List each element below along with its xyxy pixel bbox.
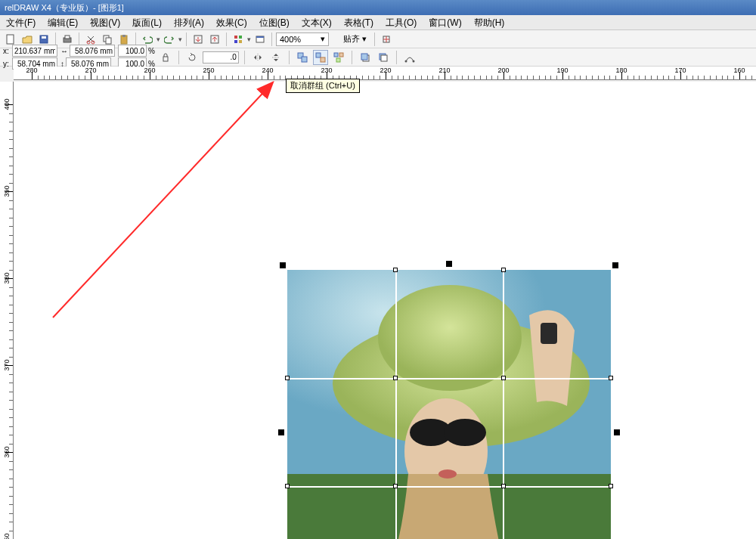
svg-rect-18 (256, 36, 264, 38)
app-launcher-button[interactable] (231, 32, 246, 47)
separator (271, 33, 272, 46)
window-title: relDRAW X4（专业版）- [图形1] (5, 2, 124, 14)
separator (226, 33, 227, 46)
svg-rect-0 (7, 35, 14, 44)
canvas[interactable] (14, 82, 756, 539)
percent-label: % (148, 47, 155, 55)
node[interactable] (285, 484, 290, 488)
ruler-vertical[interactable]: 400390380370360350 (0, 82, 14, 539)
handle-w[interactable] (278, 429, 284, 435)
width-input[interactable] (70, 45, 115, 57)
mirror-v-button[interactable] (268, 50, 284, 65)
import-button[interactable] (191, 32, 206, 47)
menubar: 文件(F) 编辑(E) 视图(V) 版面(L) 排列(A) 效果(C) 位图(B… (0, 15, 756, 30)
scale-x-input[interactable] (118, 45, 147, 57)
window-titlebar: relDRAW X4（专业版）- [图形1] (0, 0, 756, 15)
svg-rect-8 (106, 38, 111, 44)
svg-rect-4 (65, 36, 70, 39)
svg-rect-22 (302, 57, 307, 62)
menu-layout[interactable]: 版面(L) (126, 15, 168, 30)
separator (79, 33, 79, 46)
menu-tables[interactable]: 表格(T) (338, 15, 380, 30)
ungroup-all-button[interactable] (331, 50, 346, 65)
menu-text[interactable]: 文本(X) (296, 15, 338, 30)
zoom-combo[interactable]: 400% ▾ (276, 33, 329, 46)
rotate-icon (184, 50, 200, 65)
pos-x-input[interactable] (12, 45, 57, 57)
svg-rect-13 (234, 36, 237, 39)
selected-image-group[interactable] (287, 270, 611, 539)
zoom-value: 400% (280, 35, 301, 44)
menu-bitmaps[interactable]: 位图(B) (253, 15, 296, 30)
bitmap-image[interactable] (287, 270, 611, 539)
svg-rect-24 (321, 57, 325, 62)
menu-file[interactable]: 文件(F) (0, 15, 42, 30)
menu-effects[interactable]: 效果(C) (210, 15, 253, 30)
handle-e[interactable] (614, 429, 620, 435)
tooltip: 取消群组 (Ctrl+U) (286, 79, 360, 93)
svg-point-41 (438, 469, 457, 479)
node[interactable] (609, 376, 613, 380)
convert-curves-button[interactable] (402, 50, 417, 65)
menu-edit[interactable]: 编辑(E) (42, 15, 84, 30)
node[interactable] (501, 484, 506, 488)
node[interactable] (501, 376, 506, 380)
svg-point-40 (444, 419, 486, 446)
ruler-horizontal[interactable]: 280270260250240230220210200190180170160 (14, 67, 756, 80)
node[interactable] (393, 484, 398, 488)
svg-rect-27 (336, 58, 340, 62)
options-button[interactable] (379, 32, 394, 47)
menu-arrange[interactable]: 排列(A) (168, 15, 210, 30)
x-label: x: (3, 47, 11, 55)
node[interactable] (285, 376, 290, 380)
chevron-down-icon: ▾ (321, 34, 325, 44)
to-back-button[interactable] (376, 50, 391, 65)
svg-rect-16 (239, 40, 242, 43)
redo-dropdown-icon[interactable]: ▾ (178, 36, 182, 43)
property-bar: x: y: ↔ ↕ % % (0, 48, 756, 67)
handle-n[interactable] (446, 261, 452, 267)
handle-ne[interactable] (612, 262, 618, 268)
separator (186, 33, 187, 46)
node[interactable] (501, 268, 506, 272)
separator (352, 51, 352, 64)
svg-rect-15 (234, 40, 237, 43)
separator (244, 51, 245, 64)
snap-button[interactable]: 贴齐 ▾ (339, 33, 370, 45)
group-button[interactable] (295, 50, 310, 65)
svg-rect-25 (334, 53, 338, 57)
svg-point-33 (412, 60, 414, 62)
svg-point-37 (378, 285, 522, 391)
svg-rect-29 (361, 54, 367, 60)
svg-rect-42 (541, 323, 557, 344)
rotation-input[interactable] (203, 51, 239, 64)
menu-view[interactable]: 视图(V) (84, 15, 126, 30)
svg-rect-2 (42, 36, 46, 39)
redo-button[interactable] (162, 32, 177, 47)
handle-nw[interactable] (280, 262, 286, 268)
menu-help[interactable]: 帮助(H) (468, 15, 511, 30)
node[interactable] (609, 484, 613, 488)
separator (289, 51, 290, 64)
menu-tools[interactable]: 工具(O) (380, 15, 423, 30)
svg-rect-20 (163, 57, 168, 61)
svg-rect-23 (316, 53, 321, 57)
app-dropdown-icon[interactable]: ▾ (247, 36, 251, 43)
separator (178, 51, 179, 64)
welcome-screen-button[interactable] (253, 32, 268, 47)
lock-ratio-button[interactable] (158, 50, 173, 65)
separator (135, 33, 136, 46)
y-label: y: (3, 60, 11, 68)
to-front-button[interactable] (358, 50, 373, 65)
ungroup-button[interactable] (313, 50, 328, 65)
separator (55, 33, 56, 46)
width-icon: ↔ (60, 47, 68, 55)
undo-dropdown-icon[interactable]: ▾ (156, 36, 160, 43)
svg-point-32 (404, 60, 407, 62)
node[interactable] (393, 376, 398, 380)
svg-rect-31 (381, 55, 387, 61)
menu-window[interactable]: 窗口(W) (423, 15, 467, 30)
node[interactable] (393, 268, 398, 272)
mirror-h-button[interactable] (250, 50, 265, 65)
export-button[interactable] (207, 32, 222, 47)
